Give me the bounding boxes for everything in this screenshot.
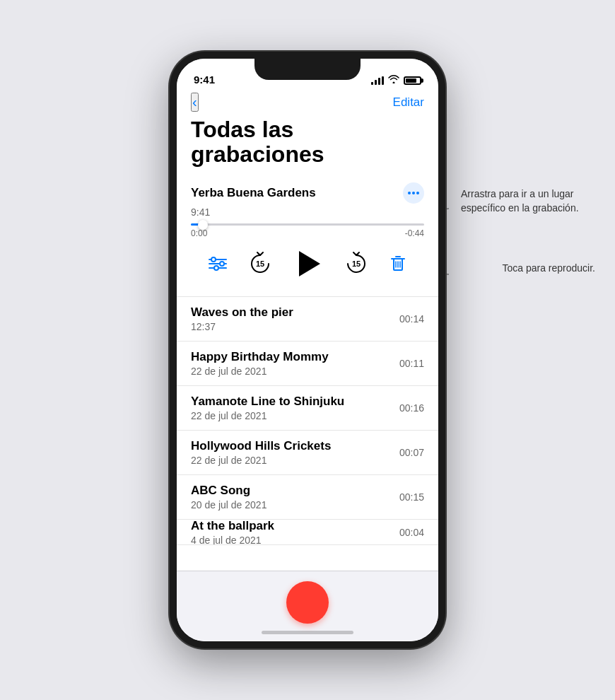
scrubber[interactable]: 0:00 -0:44 bbox=[191, 223, 424, 238]
record-button[interactable] bbox=[286, 581, 329, 624]
delete-button[interactable] bbox=[389, 254, 407, 274]
recording-item[interactable]: Yamanote Line to Shinjuku 22 de jul de 2… bbox=[177, 386, 438, 431]
recording-item[interactable]: Happy Birthday Mommy 22 de jul de 2021 0… bbox=[177, 342, 438, 386]
edit-button[interactable]: Editar bbox=[393, 95, 424, 110]
recording-item-title: Happy Birthday Mommy bbox=[191, 350, 399, 364]
svg-point-8 bbox=[211, 257, 216, 262]
main-content: ‹ Editar Todas las grabaciones Yerba Bue… bbox=[177, 90, 438, 545]
recording-item-info: Yamanote Line to Shinjuku 22 de jul de 2… bbox=[191, 395, 399, 421]
svg-point-10 bbox=[214, 266, 218, 270]
recording-item[interactable]: Waves on the pier 12:37 00:14 bbox=[177, 297, 438, 342]
back-button[interactable]: ‹ bbox=[191, 93, 199, 112]
svg-text:15: 15 bbox=[352, 259, 361, 268]
active-recording-timestamp: 9:41 bbox=[191, 206, 424, 218]
recording-item-duration: 00:07 bbox=[399, 447, 424, 458]
recording-item-title: Yamanote Line to Shinjuku bbox=[191, 395, 399, 409]
recording-item-info: Hollywood Hills Crickets 22 de jul de 20… bbox=[191, 439, 399, 466]
callout-play-text: Toca para reproducir. bbox=[502, 262, 595, 274]
recording-item-date: 20 de jul de 2021 bbox=[191, 499, 399, 511]
phone-frame: 9:41 ‹ Editar bbox=[170, 52, 445, 648]
status-time: 9:41 bbox=[194, 74, 215, 86]
play-button[interactable] bbox=[293, 248, 324, 279]
scrubber-thumb[interactable] bbox=[198, 220, 208, 230]
recording-item-title: At the ballpark bbox=[191, 520, 399, 533]
svg-point-3 bbox=[412, 192, 415, 194]
recording-item[interactable]: Hollywood Hills Crickets 22 de jul de 20… bbox=[177, 431, 438, 475]
recording-item-duration: 00:11 bbox=[399, 358, 424, 369]
recordings-list: Waves on the pier 12:37 00:14 Happy Birt… bbox=[177, 297, 438, 545]
scrubber-labels: 0:00 -0:44 bbox=[191, 228, 424, 238]
equalizer-button[interactable] bbox=[208, 256, 228, 272]
svg-point-4 bbox=[416, 192, 419, 194]
recording-item-date: 22 de jul de 2021 bbox=[191, 455, 399, 466]
signal-bars-icon bbox=[371, 76, 384, 85]
status-icons bbox=[371, 75, 421, 86]
active-recording-title: Yerba Buena Gardens bbox=[191, 186, 316, 200]
forward-button[interactable]: 15 bbox=[344, 251, 369, 276]
recording-item-date: 4 de jul de 2021 bbox=[191, 535, 399, 546]
svg-point-9 bbox=[220, 262, 224, 266]
page-title: Todas las grabaciones bbox=[177, 117, 438, 175]
more-options-button[interactable] bbox=[403, 182, 424, 204]
recording-item[interactable]: At the ballpark 4 de jul de 2021 00:04 bbox=[177, 520, 438, 545]
recording-item-date: 22 de jul de 2021 bbox=[191, 366, 399, 377]
active-recording: Yerba Buena Gardens 9:41 0:00 bbox=[177, 175, 438, 297]
notch bbox=[254, 59, 361, 80]
recording-item-duration: 00:16 bbox=[399, 402, 424, 414]
svg-text:15: 15 bbox=[256, 259, 264, 268]
wifi-icon bbox=[388, 75, 399, 86]
recording-item-info: ABC Song 20 de jul de 2021 bbox=[191, 484, 399, 511]
recording-item-info: Happy Birthday Mommy 22 de jul de 2021 bbox=[191, 350, 399, 377]
recording-item-duration: 00:15 bbox=[399, 491, 424, 503]
recording-item-date: 22 de jul de 2021 bbox=[191, 410, 399, 421]
recording-item[interactable]: ABC Song 20 de jul de 2021 00:15 bbox=[177, 475, 438, 520]
recording-item-title: Hollywood Hills Crickets bbox=[191, 439, 399, 453]
callout-scrubber-text: Arrastra para ir a un lugar específico e… bbox=[461, 188, 579, 214]
recording-item-info: At the ballpark 4 de jul de 2021 bbox=[191, 520, 399, 545]
battery-icon bbox=[404, 76, 421, 85]
scrubber-track[interactable] bbox=[191, 223, 424, 226]
playback-controls: 15 15 bbox=[191, 241, 424, 289]
recording-item-info: Waves on the pier 12:37 bbox=[191, 305, 399, 332]
scrubber-end-label: -0:44 bbox=[405, 228, 424, 238]
bottom-bar bbox=[177, 571, 438, 641]
recording-item-duration: 00:14 bbox=[399, 313, 424, 325]
recording-item-title: Waves on the pier bbox=[191, 305, 399, 320]
scrubber-start-label: 0:00 bbox=[191, 228, 207, 238]
recording-item-duration: 00:04 bbox=[399, 527, 424, 538]
recording-item-date: 12:37 bbox=[191, 321, 399, 332]
nav-bar: ‹ Editar bbox=[177, 90, 438, 117]
recording-item-title: ABC Song bbox=[191, 484, 399, 498]
rewind-button[interactable]: 15 bbox=[247, 251, 273, 276]
svg-point-2 bbox=[408, 192, 411, 194]
play-icon bbox=[299, 251, 320, 276]
home-indicator bbox=[262, 631, 353, 634]
